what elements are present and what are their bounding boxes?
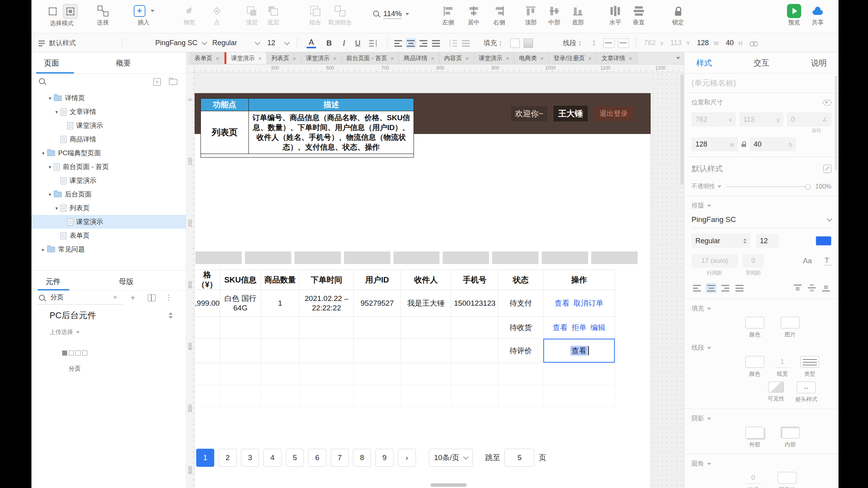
text-align-justify-button[interactable]: [431, 34, 441, 52]
font-family-select[interactable]: PingFang SC: [155, 34, 206, 52]
close-tab-icon[interactable]: ×: [588, 55, 592, 62]
tree-item-front-home[interactable]: ▾前台页面 - 首页: [31, 160, 186, 174]
widget-item-pagination[interactable]: 分页: [53, 344, 96, 372]
fill-color-swatch[interactable]: [745, 317, 764, 328]
lock-tool[interactable]: 锁定: [662, 4, 694, 26]
marquee-intersect-icon[interactable]: [46, 4, 60, 18]
tab-outline[interactable]: 概要: [116, 58, 131, 68]
tab-front-home[interactable]: 前台页面 - 首页×: [342, 52, 399, 64]
radius-value-control[interactable]: 0半径: [745, 472, 761, 488]
fill-image-swatch[interactable]: [781, 317, 800, 328]
marquee-contain-icon[interactable]: [63, 4, 78, 19]
page-size-select[interactable]: 10条/页: [429, 449, 473, 467]
tree-item-classroom-demo[interactable]: ▾课堂演示: [31, 119, 186, 132]
close-tab-icon[interactable]: ×: [333, 55, 337, 62]
pen-tool[interactable]: 钢笔: [174, 4, 205, 26]
add-library-icon[interactable]: +: [131, 294, 135, 303]
page-button-8[interactable]: 8: [353, 449, 371, 467]
clear-search-icon[interactable]: ×: [113, 294, 117, 301]
text-align-center-icon[interactable]: [706, 283, 717, 293]
zoom-level[interactable]: 114%: [383, 9, 402, 19]
x-field[interactable]: 762x: [691, 112, 736, 127]
library-select-row[interactable]: PC后台元件: [31, 306, 186, 325]
text-align-left-button[interactable]: [393, 34, 404, 52]
font-color-button[interactable]: A: [307, 34, 316, 52]
page-button-3[interactable]: 3: [241, 449, 259, 467]
fill-color-swatch[interactable]: [510, 34, 520, 52]
text-decoration-icon[interactable]: T: [824, 256, 831, 266]
align-bottom-tool[interactable]: 底部: [562, 4, 594, 26]
default-style-row[interactable]: 默认样式: [684, 157, 839, 174]
page-button-5[interactable]: 5: [286, 449, 304, 467]
point-tool[interactable]: 点: [201, 4, 233, 26]
y-field[interactable]: 113: [670, 39, 682, 47]
line-section-label[interactable]: 线段: [684, 338, 839, 352]
close-tab-icon[interactable]: ×: [506, 55, 509, 62]
tree-item-detail-folder[interactable]: ▾详情页: [31, 91, 186, 105]
page-button-4[interactable]: 4: [263, 449, 281, 467]
cancel-order-link[interactable]: 取消订单: [574, 299, 603, 308]
tab-classroom-demo[interactable]: 课堂演示×: [474, 52, 515, 64]
text-align-center-button[interactable]: [406, 34, 416, 52]
tab-login-register[interactable]: 登录/注册页×: [549, 52, 597, 64]
font-color-swatch[interactable]: [816, 236, 831, 246]
line-width-value[interactable]: 1: [589, 34, 599, 52]
fill-image-control[interactable]: 图片: [781, 317, 800, 338]
search-icon[interactable]: [39, 294, 46, 302]
view-link[interactable]: 查看: [555, 299, 570, 308]
line-color-swatch[interactable]: [745, 356, 764, 368]
tab-notes[interactable]: 说明: [811, 58, 827, 68]
zoom-control[interactable]: 114%: [373, 9, 409, 19]
x-field[interactable]: 762: [644, 39, 656, 47]
style-preset-select[interactable]: 默认样式: [37, 34, 76, 52]
tab-content-page[interactable]: 内容页×: [440, 52, 474, 64]
expand-arrow-icon[interactable]: ▾: [47, 192, 53, 197]
share-button[interactable]: 共享: [802, 4, 833, 26]
selected-text[interactable]: 查看: [570, 346, 588, 356]
align-right-tool[interactable]: 右侧: [484, 4, 515, 26]
text-align-left-icon[interactable]: [691, 283, 702, 293]
arrow-style-control[interactable]: ↔箭头样式: [795, 382, 817, 403]
expand-arrow-icon[interactable]: ▾: [47, 164, 53, 170]
italic-button[interactable]: I: [338, 34, 350, 52]
font-size-field[interactable]: 12: [756, 234, 779, 248]
text-align-justify-icon[interactable]: [734, 283, 745, 293]
font-weight-select[interactable]: Regular: [691, 234, 750, 248]
shadow-section-label[interactable]: 阴影: [684, 409, 839, 423]
line-color-control[interactable]: 颜色: [745, 356, 764, 378]
logout-button[interactable]: 退出登录: [594, 106, 633, 121]
close-tab-icon[interactable]: ×: [390, 55, 394, 62]
expand-arrow-icon[interactable]: ▸: [40, 247, 46, 252]
bullet-list-button[interactable]: [368, 34, 378, 52]
tree-item-classroom-demo-selected[interactable]: ▾课堂演示: [31, 215, 186, 229]
tab-list-page[interactable]: 列表页×: [267, 52, 302, 64]
text-transform-icon[interactable]: Aa: [803, 257, 812, 265]
arrow-style-swatch[interactable]: [618, 34, 629, 52]
edit-link[interactable]: 编辑: [590, 323, 605, 332]
expand-arrow-icon[interactable]: ▾: [47, 95, 53, 101]
vertical-align-bottom-icon[interactable]: [820, 283, 831, 293]
vertical-align-middle-icon[interactable]: [806, 283, 817, 293]
indent-button[interactable]: [461, 34, 471, 52]
tree-item-pc-typical-pages[interactable]: ▾PC端典型页面: [31, 146, 186, 160]
typography-section-label[interactable]: 排版: [684, 196, 839, 210]
line-width-control[interactable]: 1线宽: [774, 356, 790, 378]
rotation-field[interactable]: 0∠: [787, 112, 831, 127]
fill-image-swatch[interactable]: [524, 34, 533, 52]
search-icon[interactable]: [39, 78, 46, 86]
library-stepper[interactable]: [169, 312, 173, 319]
close-tab-icon[interactable]: ×: [431, 55, 434, 62]
width-field[interactable]: 128: [697, 39, 709, 47]
tab-form-page[interactable]: 表单页×: [190, 52, 224, 64]
y-field[interactable]: 113y: [739, 112, 784, 127]
page-button-2[interactable]: 2: [219, 449, 237, 467]
order-table-widget[interactable]: 格（¥） SKU信息 商品数量 下单时间 用户ID 收件人 手机号 状态 操作 …: [195, 270, 615, 407]
tree-item-product-detail[interactable]: ▾商品详情: [31, 132, 186, 146]
selection-mode-tool[interactable]: 选择模式: [38, 4, 85, 27]
close-tab-icon[interactable]: ×: [465, 55, 469, 62]
tab-overflow-chevron-icon[interactable]: [676, 57, 680, 59]
tab-classroom-demo-active[interactable]: 课堂演示×: [224, 52, 267, 64]
expand-arrow-icon[interactable]: ▾: [40, 150, 46, 156]
text-align-right-button[interactable]: [418, 34, 429, 52]
page-button-1[interactable]: 1: [196, 449, 214, 467]
